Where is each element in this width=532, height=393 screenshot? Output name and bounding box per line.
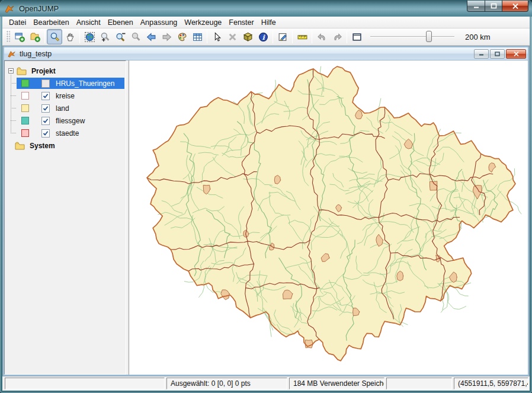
toolbar-grip[interactable] — [7, 31, 10, 43]
layer-row-kreise[interactable]: kreise — [6, 90, 124, 102]
layer-row-staedte[interactable]: staedte — [6, 127, 124, 139]
zoom-slider-track — [370, 36, 454, 37]
folder-icon — [17, 67, 27, 75]
select-tool-button[interactable] — [209, 29, 225, 44]
zoom-in-button[interactable] — [97, 29, 113, 44]
collapse-icon[interactable]: − — [8, 68, 14, 74]
document-logo-icon — [8, 50, 16, 58]
new-task-button[interactable] — [12, 29, 27, 44]
menu-item-fenster[interactable]: Fenster — [225, 17, 257, 28]
redo-button[interactable] — [329, 29, 345, 44]
toolbar-separator — [207, 30, 207, 43]
toolbar-separator — [347, 30, 347, 43]
attribute-table-icon — [193, 32, 203, 42]
layer-row-fliessgew[interactable]: fliessgew — [6, 114, 124, 127]
project-root-label: Projekt — [31, 67, 56, 75]
minimize-button[interactable] — [467, 1, 485, 12]
new-window-button[interactable] — [349, 29, 364, 44]
toolbar-separator — [292, 30, 293, 43]
toolbar-separator — [79, 30, 80, 43]
openjump-window: OpenJUMP DateiBearbeitenAnsichtEbenenAnp… — [0, 0, 532, 393]
zoom-icon — [50, 32, 60, 42]
map-view[interactable] — [129, 60, 528, 375]
tree-node-system[interactable]: System — [6, 139, 124, 152]
toolbar-separator — [312, 30, 312, 43]
measure-button[interactable] — [294, 29, 310, 44]
edit-button[interactable] — [275, 29, 290, 44]
zoom-full-extent-button[interactable] — [82, 29, 97, 44]
status-scale-cell — [386, 378, 452, 389]
zoom-to-selection-button[interactable] — [128, 29, 143, 44]
open-project-button[interactable] — [27, 29, 43, 44]
back-button[interactable] — [143, 29, 159, 44]
pan-tool-button[interactable] — [62, 29, 78, 44]
attribute-table-button[interactable] — [190, 29, 205, 44]
menu-item-ebenen[interactable]: Ebenen — [104, 17, 137, 28]
zoom-slider-handle[interactable] — [426, 31, 432, 42]
box-3d-button[interactable] — [240, 29, 255, 44]
layer-style-swatch[interactable] — [21, 92, 29, 100]
document-minimize-button[interactable] — [474, 49, 489, 59]
layer-visibility-checkbox[interactable] — [41, 79, 50, 88]
scale-label: 200 km — [465, 33, 491, 41]
window-titlebar: OpenJUMP — [0, 0, 532, 17]
undo-button[interactable] — [314, 29, 329, 44]
zoom-out-icon — [116, 32, 126, 42]
delete-icon — [227, 32, 238, 42]
menu-item-hilfe[interactable]: Hilfe — [258, 17, 280, 28]
box-3d-icon — [243, 32, 253, 42]
delete-button[interactable] — [225, 29, 240, 44]
zoom-tool-button[interactable] — [47, 29, 62, 44]
document-restore-button[interactable] — [490, 49, 505, 59]
menu-item-ansicht[interactable]: Ansicht — [73, 17, 104, 28]
layer-name-label: kreise — [56, 92, 75, 100]
menu-item-werkzeuge[interactable]: Werkzeuge — [181, 17, 225, 28]
toolbar-separator — [273, 30, 273, 43]
layer-visibility-checkbox[interactable] — [41, 117, 50, 125]
close-button[interactable] — [502, 1, 528, 12]
window-title: OpenJUMP — [19, 4, 59, 13]
layer-style-swatch[interactable] — [21, 117, 29, 124]
toolbar: i — [2, 28, 530, 46]
info-button[interactable]: i — [255, 29, 271, 44]
redo-icon — [332, 32, 342, 42]
zoom-out-button[interactable] — [113, 29, 128, 44]
minimize-icon — [473, 4, 479, 9]
layer-style-swatch[interactable] — [21, 79, 29, 87]
document-window: tlug_testp — [3, 46, 529, 376]
undo-icon — [317, 32, 327, 42]
document-restore-icon — [495, 52, 500, 56]
layer-row-HRUs_Thueringen[interactable]: HRUs_Thueringen — [6, 77, 124, 90]
styles-button[interactable] — [174, 29, 190, 44]
layer-style-swatch[interactable] — [21, 129, 29, 137]
restore-button[interactable] — [485, 1, 502, 12]
menu-item-anpassung[interactable]: Anpassung — [137, 17, 181, 28]
layer-list: HRUs_Thueringenkreiselandfliessgewstaedt… — [6, 77, 124, 139]
layer-visibility-checkbox[interactable] — [41, 92, 50, 100]
layer-name-label: land — [56, 104, 69, 113]
layer-name-label: HRUs_Thueringen — [56, 79, 114, 88]
document-titlebar[interactable]: tlug_testp — [4, 47, 528, 60]
status-message-cell — [5, 378, 165, 389]
pan-icon — [65, 32, 75, 42]
document-minimize-icon — [479, 52, 484, 56]
zoom-full-extent-icon — [85, 32, 95, 42]
toolbar-separator — [44, 30, 45, 43]
system-root-label: System — [30, 142, 55, 150]
menu-item-bearbeiten[interactable]: Bearbeiten — [30, 17, 72, 28]
layer-visibility-checkbox[interactable] — [41, 104, 50, 113]
document-close-button[interactable] — [506, 49, 526, 59]
new-task-icon — [15, 32, 25, 42]
layer-tree-panel: − Projekt HRUs_Thueringenkreiselandflies… — [4, 60, 126, 375]
status-coordinates-cell: (4551911,5, 5597871,4) — [454, 378, 528, 389]
zoom-slider[interactable] — [370, 31, 454, 43]
layer-visibility-checkbox[interactable] — [41, 129, 50, 138]
tree-node-projekt[interactable]: − Projekt — [6, 65, 124, 77]
layer-row-land[interactable]: land — [6, 102, 124, 114]
layer-style-swatch[interactable] — [21, 104, 29, 112]
layer-name-label: staedte — [56, 129, 79, 138]
forward-button[interactable] — [159, 29, 174, 44]
zoom-in-icon — [100, 32, 110, 42]
menu-item-datei[interactable]: Datei — [5, 17, 30, 28]
document-title: tlug_testp — [20, 50, 52, 58]
